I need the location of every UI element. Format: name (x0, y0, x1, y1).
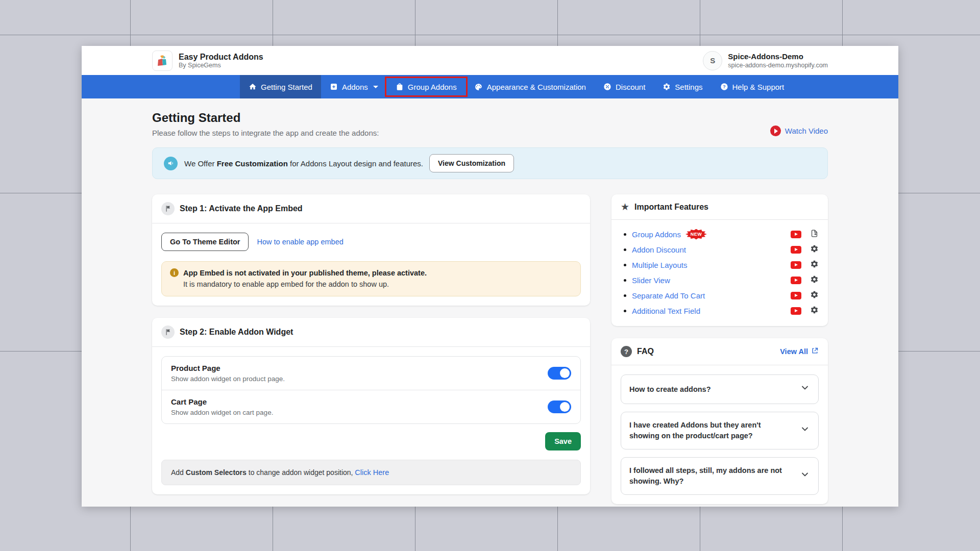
question-icon: ? (621, 346, 632, 357)
custom-selectors-strip: Add Custom Selectors to change addon wid… (161, 460, 581, 485)
app-info: Easy Product Addons By SpiceGems (152, 51, 263, 71)
store-text: Spice-Addons-Demo spice-addons-demo.mysh… (728, 52, 828, 69)
faq-item[interactable]: I followed all steps, still, my addons a… (621, 457, 819, 495)
tab-label: Settings (675, 83, 702, 91)
content-area: Getting Started Please follow the steps … (82, 98, 898, 507)
view-all-link[interactable]: View All (780, 347, 819, 356)
tab-getting-started[interactable]: Getting Started (240, 75, 321, 98)
tab-addons[interactable]: Addons (321, 75, 387, 98)
toggle-knob (560, 402, 570, 412)
flag-icon (161, 202, 175, 215)
cart-page-row: Cart Page Show addon widget on cart page… (162, 390, 580, 423)
product-page-label: Product Page (171, 364, 285, 372)
megaphone-icon (164, 157, 178, 170)
external-link-icon (811, 347, 819, 356)
faq-question: I followed all steps, still, my addons a… (629, 465, 793, 487)
faq-title: FAQ (637, 347, 654, 356)
gear-icon[interactable] (810, 306, 819, 316)
info-icon: i (170, 268, 179, 277)
help-icon: ? (720, 83, 728, 91)
tab-appearance-customization[interactable]: Appearance & Customization (465, 75, 595, 98)
palette-icon (474, 83, 483, 91)
youtube-icon[interactable] (791, 292, 801, 299)
tab-label: Addons (342, 83, 368, 91)
feature-link[interactable]: Slider View (632, 276, 791, 285)
home-icon (249, 83, 257, 91)
step2-title: Step 2: Enable Addon Widget (180, 328, 293, 337)
cart-page-description: Show addon widget on cart page. (171, 409, 273, 416)
page-subtitle: Please follow the steps to integrate the… (152, 129, 379, 137)
tab-label: Group Addons (408, 83, 457, 91)
step2-card: Step 2: Enable Addon Widget Product Page… (152, 318, 590, 494)
chevron-down-icon (800, 383, 810, 396)
step2-header: Step 2: Enable Addon Widget (152, 318, 590, 347)
features-header: ★ Important Features (611, 194, 828, 220)
important-features-card: ★ Important Features Group AddonsNEW (611, 194, 828, 326)
feature-link[interactable]: Separate Add To Cart (632, 291, 791, 300)
feature-row-separate-add-to-cart: Separate Add To Cart (621, 288, 819, 303)
new-badge: NEW (685, 229, 707, 240)
gear-icon[interactable] (810, 244, 819, 255)
click-here-link[interactable]: Click Here (355, 468, 389, 477)
store-name: Spice-Addons-Demo (728, 52, 828, 61)
toggle-knob (560, 368, 570, 378)
faq-item[interactable]: I have created Addons but they aren't sh… (621, 412, 819, 449)
youtube-icon[interactable] (791, 261, 801, 269)
discount-icon (603, 83, 611, 91)
bullet-icon (624, 294, 626, 297)
banner-text: We Offer Free Customization for Addons L… (184, 159, 423, 168)
bag-icon (396, 83, 404, 91)
bullet-icon (624, 310, 626, 312)
how-to-enable-link[interactable]: How to enable app embed (257, 238, 343, 246)
watch-video-label: Watch Video (785, 127, 828, 135)
bullet-icon (624, 248, 626, 251)
feature-row-multiple-layouts: Multiple Layouts (621, 257, 819, 272)
tab-label: Discount (616, 83, 645, 91)
features-title: Important Features (634, 203, 708, 212)
cart-page-label: Cart Page (171, 397, 273, 406)
faq-card: ? FAQ View All How to create addons? (611, 338, 828, 504)
feature-link: Group Addons (632, 230, 681, 239)
gear-icon[interactable] (810, 275, 819, 286)
file-export-icon[interactable] (810, 229, 819, 240)
tab-help-support[interactable]: ? Help & Support (712, 75, 793, 98)
youtube-icon[interactable] (791, 246, 801, 254)
cart-page-toggle[interactable] (548, 400, 571, 413)
product-page-toggle[interactable] (548, 367, 571, 380)
gear-icon[interactable] (810, 260, 819, 270)
youtube-icon[interactable] (791, 277, 801, 284)
feature-link[interactable]: Multiple Layouts (632, 261, 791, 269)
app-window: Easy Product Addons By SpiceGems S Spice… (82, 46, 898, 507)
tab-label: Help & Support (732, 83, 785, 91)
feature-row-group-addons: Group AddonsNEW (621, 227, 819, 242)
bullet-icon (624, 279, 626, 282)
tab-settings[interactable]: Settings (654, 75, 711, 98)
store-domain: spice-addons-demo.myshopify.com (728, 61, 828, 69)
feature-link[interactable]: Additional Text Field (632, 307, 791, 315)
app-title: Easy Product Addons (179, 52, 263, 62)
page-head-text: Getting Started Please follow the steps … (152, 111, 379, 137)
product-page-description: Show addon widget on product page. (171, 375, 285, 383)
tab-discount[interactable]: Discount (595, 75, 654, 98)
youtube-icon[interactable] (791, 307, 801, 315)
save-button[interactable]: Save (545, 432, 581, 450)
view-customization-button[interactable]: View Customization (429, 154, 514, 172)
youtube-icon[interactable] (791, 231, 801, 238)
faq-item[interactable]: How to create addons? (621, 374, 819, 404)
step1-header: Step 1: Activate the App Embed (152, 194, 590, 223)
store-avatar: S (703, 51, 722, 70)
tab-group-addons[interactable]: Group Addons (387, 75, 465, 98)
feature-row-slider-view: Slider View (621, 272, 819, 288)
faq-header: ? FAQ View All (611, 338, 828, 365)
page-head: Getting Started Please follow the steps … (152, 111, 828, 137)
gear-icon[interactable] (810, 290, 819, 301)
feature-link[interactable]: Addon Discount (632, 245, 791, 254)
feature-row-additional-text-field: Additional Text Field (621, 303, 819, 318)
app-titles: Easy Product Addons By SpiceGems (179, 52, 263, 69)
go-to-theme-editor-button[interactable]: Go To Theme Editor (161, 233, 249, 251)
app-embed-warning: i App Embed is not activated in your pub… (161, 261, 581, 296)
page-title: Getting Started (152, 111, 379, 125)
addons-icon (330, 83, 338, 91)
play-icon (770, 126, 781, 136)
watch-video-link[interactable]: Watch Video (770, 126, 828, 136)
